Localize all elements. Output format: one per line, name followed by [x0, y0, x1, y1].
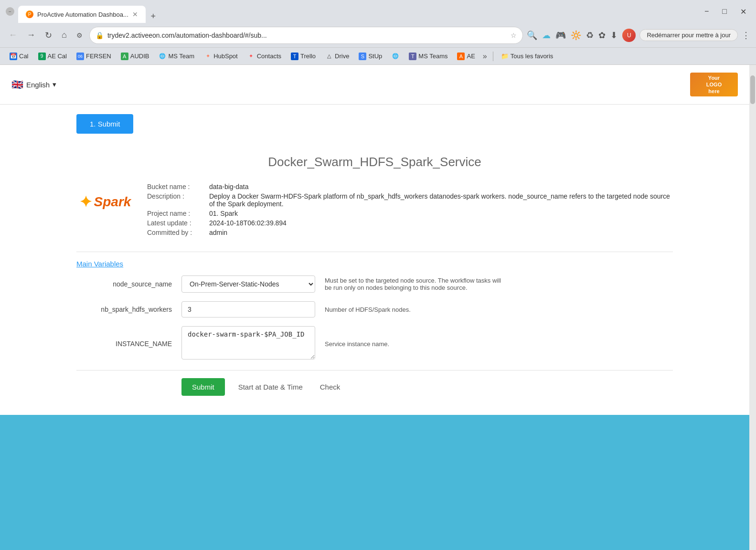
bookmark-fersen-label: FERSEN	[86, 53, 111, 60]
security-button[interactable]: ⚙	[74, 30, 85, 41]
minimize-window-button[interactable]: −	[701, 5, 713, 18]
cloud-icon[interactable]: ☁	[542, 30, 551, 41]
variable-row-instance-name: INSTANCE_NAME docker-swarm-spark-$PA_JOB…	[76, 326, 673, 361]
active-tab[interactable]: P ProActive Automation Dashboa... ✕	[18, 6, 146, 23]
main-variables-link[interactable]: Main Variables	[76, 260, 673, 268]
bookmark-hubspot-label: HubSpot	[213, 53, 238, 60]
submit-tab[interactable]: 1. Submit	[76, 114, 133, 134]
blue-background-area	[0, 415, 749, 550]
bookmark-stup-label: StUp	[368, 53, 382, 60]
bookmark-ae-cal-label: AE Cal	[48, 53, 67, 60]
bookmark-ms-team-label: MS Team	[168, 53, 194, 60]
minimize-button[interactable]: −	[6, 7, 14, 16]
bookmark-trello[interactable]: T Trello	[287, 51, 319, 62]
description-label: Description :	[147, 192, 209, 208]
contacts-icon: ✦	[247, 53, 255, 60]
committed-by-value: admin	[209, 229, 227, 236]
nb-spark-input[interactable]	[181, 301, 315, 317]
latest-update-label: Latest update :	[147, 219, 209, 227]
search-icon[interactable]: 🔍	[527, 30, 537, 41]
bookmark-ms-team[interactable]: 🌐 MS Team	[155, 51, 198, 62]
bookmark-contacts-label: Contacts	[257, 53, 281, 60]
info-details: Bucket name : data-big-data Description …	[147, 183, 673, 238]
bookmarks-separator	[493, 52, 493, 61]
info-section: ✦ Spark Bucket name : data-big-data Desc…	[76, 183, 673, 238]
bookmark-cal[interactable]: 📅 Cal	[6, 51, 32, 62]
description-row: Description : Deploy a Docker Swarm-HDFS…	[147, 192, 673, 208]
bookmark-star-icon[interactable]: ☆	[511, 32, 517, 39]
var-label-nb-spark: nb_spark_hdfs_workers	[76, 306, 172, 313]
tab-bar: P ProActive Automation Dashboa... ✕ +	[18, 0, 697, 23]
start-at-datetime-button[interactable]: Start at Date & Time	[234, 378, 307, 396]
trello-icon: T	[291, 53, 298, 60]
address-input[interactable]	[107, 32, 507, 39]
tab-close-button[interactable]: ✕	[132, 11, 138, 18]
bucket-label: Bucket name :	[147, 183, 209, 190]
var-help-node-source: Must be set to the targeted node source.…	[325, 277, 506, 291]
globe-icon: 🌐	[392, 53, 399, 60]
maximize-window-button[interactable]: □	[718, 5, 731, 18]
back-button[interactable]: ←	[6, 28, 20, 42]
ms-teams-icon: T	[409, 53, 416, 60]
var-label-instance-name: INSTANCE_NAME	[76, 340, 172, 348]
page-content: 🇬🇧 English ▾ Your LOGO here 1. Submit Do…	[0, 65, 749, 550]
ae-cal-icon: 9	[38, 53, 46, 60]
committed-by-label: Committed by :	[147, 229, 209, 236]
flag-icon: 🇬🇧	[11, 79, 23, 90]
main-content: Docker_Swarm_HDFS_Spark_Service ✦ Spark …	[0, 155, 749, 415]
workflow-title: Docker_Swarm_HDFS_Spark_Service	[76, 155, 673, 169]
bookmark-trello-label: Trello	[300, 53, 316, 60]
logo-line1: Your	[706, 74, 722, 81]
var-input-wrap-nb-spark	[181, 301, 315, 317]
bucket-row: Bucket name : data-big-data	[147, 183, 673, 190]
logo-line3: here	[706, 88, 722, 95]
tab-title: ProActive Automation Dashboa...	[37, 11, 128, 18]
ext-icon-1[interactable]: 🎮	[555, 30, 566, 41]
bookmark-hubspot[interactable]: ✦ HubSpot	[200, 51, 242, 62]
language-selector[interactable]: 🇬🇧 English ▾	[11, 79, 56, 90]
bookmark-ms-teams-label: MS Teams	[418, 53, 447, 60]
tab-favicon: P	[26, 11, 33, 18]
bookmark-fersen[interactable]: 06 FERSEN	[73, 51, 115, 62]
forward-button[interactable]: →	[24, 28, 38, 42]
scroll-thumb[interactable]	[750, 75, 755, 104]
bookmark-ae[interactable]: A AE	[453, 51, 479, 62]
close-window-button[interactable]: ✕	[736, 5, 750, 18]
bookmark-ae-cal[interactable]: 9 AE Cal	[34, 51, 71, 62]
bookmark-audib[interactable]: A AUDIB	[117, 51, 153, 62]
project-value: 01. Spark	[209, 210, 238, 217]
browser-icons: 🔍 ☁ 🎮 🔆 ♻ ✿ ⬇ U	[527, 29, 636, 42]
new-tab-button[interactable]: +	[147, 10, 160, 23]
project-row: Project name : 01. Spark	[147, 210, 673, 217]
browser-menu-button[interactable]: ⋮	[742, 30, 750, 41]
submit-button[interactable]: Submit	[181, 378, 225, 396]
ext-icon-2[interactable]: 🔆	[571, 30, 581, 41]
check-button[interactable]: Check	[316, 378, 344, 396]
node-source-select[interactable]: On-Prem-Server-Static-Nodes	[181, 275, 315, 293]
scrollbar[interactable]	[749, 65, 756, 550]
divider-2	[76, 370, 673, 370]
bookmark-globe[interactable]: 🌐	[388, 51, 403, 62]
ms-team-icon: 🌐	[159, 53, 166, 60]
bookmark-stup[interactable]: S StUp	[355, 51, 386, 62]
bookmark-drive[interactable]: △ Drive	[321, 51, 353, 62]
bucket-value: data-big-data	[209, 183, 249, 190]
bookmark-contacts[interactable]: ✦ Contacts	[244, 51, 285, 62]
update-button[interactable]: Redémarrer pour mettre à jour	[639, 29, 738, 41]
lock-icon: 🔒	[96, 32, 104, 39]
ext-icon-4[interactable]: ✿	[598, 30, 606, 41]
home-button[interactable]: ⌂	[59, 28, 70, 42]
instance-name-textarea[interactable]: docker-swarm-spark-$PA_JOB_ID	[181, 326, 315, 360]
bookmarks-folder[interactable]: 📁 Tous les favoris	[497, 51, 557, 61]
ext-icon-3[interactable]: ♻	[586, 30, 594, 41]
committed-by-row: Committed by : admin	[147, 229, 673, 236]
var-label-node-source: node_source_name	[76, 280, 172, 288]
profile-avatar[interactable]: U	[622, 29, 636, 42]
ae-icon: A	[457, 53, 465, 60]
more-bookmarks-button[interactable]: »	[481, 51, 489, 62]
fersen-icon: 06	[76, 53, 84, 60]
reload-button[interactable]: ↻	[42, 28, 55, 42]
bookmark-ms-teams[interactable]: T MS Teams	[405, 51, 451, 62]
address-bar-wrap: 🔒 ☆	[89, 27, 523, 44]
download-icon[interactable]: ⬇	[610, 30, 618, 41]
